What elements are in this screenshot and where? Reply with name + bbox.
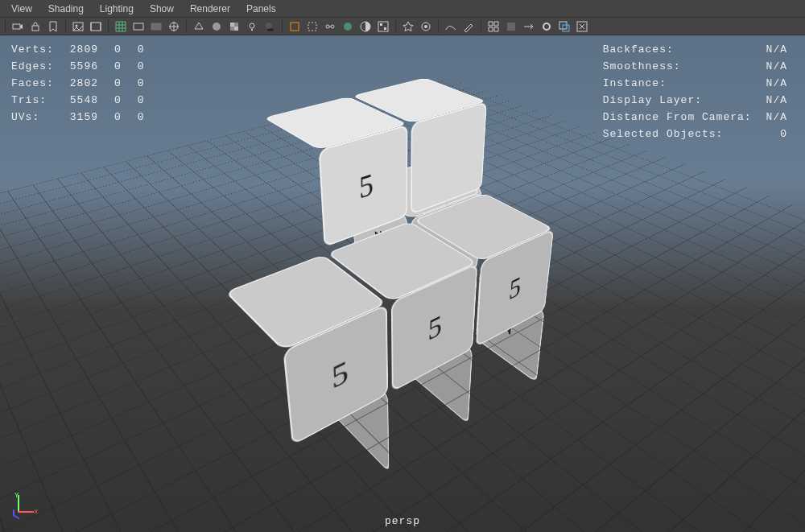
stat-value: 3159 xyxy=(70,109,113,125)
menu-bar: View Shading Lighting Show Renderer Pane… xyxy=(0,0,805,18)
y-axis-label: Y xyxy=(14,492,19,500)
menu-show[interactable]: Show xyxy=(142,3,182,14)
svg-rect-5 xyxy=(134,23,143,30)
film-gate-icon[interactable] xyxy=(89,19,103,34)
dice-face-label: 5 xyxy=(331,352,349,396)
stat-value: 2809 xyxy=(70,42,113,57)
toolbar-separator xyxy=(395,20,396,33)
dice-face-label: 5 xyxy=(358,164,374,206)
stat-value: 0 xyxy=(138,93,159,108)
svg-rect-10 xyxy=(230,23,234,27)
stat-value: N/A xyxy=(758,93,792,108)
motion-trail-icon[interactable] xyxy=(444,19,458,34)
toolbar-separator xyxy=(438,20,439,33)
lights-icon[interactable] xyxy=(401,19,415,34)
motion-blur-icon[interactable] xyxy=(522,19,536,34)
svg-rect-11 xyxy=(234,27,238,31)
stat-value: N/A xyxy=(758,109,792,125)
svg-point-18 xyxy=(331,25,334,28)
dice-face-label: 5 xyxy=(508,268,522,307)
field-chart-icon[interactable] xyxy=(167,19,181,34)
dice-face-label: 5 xyxy=(427,306,442,347)
svg-rect-0 xyxy=(13,24,20,29)
svg-rect-1 xyxy=(32,26,39,31)
stat-value: 0 xyxy=(138,76,159,91)
stat-label: Edges: xyxy=(11,59,68,74)
isolate-select-icon[interactable] xyxy=(287,19,302,34)
stat-label: UVs: xyxy=(11,109,68,125)
stat-value: 0 xyxy=(114,59,136,74)
xray-joints-icon[interactable] xyxy=(323,19,337,34)
grid-icon[interactable] xyxy=(114,19,128,34)
menu-lighting[interactable]: Lighting xyxy=(92,3,142,14)
use-lights-icon[interactable] xyxy=(245,19,259,34)
toolbar-separator xyxy=(481,20,481,33)
wireframe-icon[interactable] xyxy=(192,19,206,34)
svg-rect-28 xyxy=(563,25,569,31)
multisample-icon[interactable] xyxy=(486,19,501,34)
svg-rect-16 xyxy=(308,23,316,31)
svg-rect-15 xyxy=(291,23,299,31)
stat-label: Selected Objects: xyxy=(603,126,757,142)
menu-shading[interactable]: Shading xyxy=(40,3,92,14)
stat-label: Instance: xyxy=(603,76,757,91)
stat-value: N/A xyxy=(758,59,792,74)
exposure-icon[interactable] xyxy=(358,19,373,34)
stat-value: 5548 xyxy=(70,93,113,108)
toolbar-separator xyxy=(282,20,283,33)
floating-viewport-icon[interactable] xyxy=(557,19,572,34)
camera-name-label: persp xyxy=(0,515,805,527)
svg-rect-25 xyxy=(507,23,515,31)
smooth-shade-icon[interactable] xyxy=(209,19,224,34)
toolbar-separator xyxy=(186,20,187,33)
svg-point-8 xyxy=(213,23,221,31)
viewport-panel[interactable]: 5 5 5 4 5 4 xyxy=(0,35,805,532)
svg-point-12 xyxy=(250,23,254,28)
stat-label: Smoothness: xyxy=(603,59,757,74)
stat-value: N/A xyxy=(758,42,792,57)
toolbar-separator xyxy=(108,20,109,33)
svg-point-24 xyxy=(424,25,427,28)
resolution-gate-icon[interactable] xyxy=(131,19,146,34)
stat-label: Tris: xyxy=(11,93,68,108)
x-axis-icon xyxy=(18,511,34,513)
select-camera-icon[interactable] xyxy=(10,19,25,34)
image-plane-icon[interactable] xyxy=(71,19,85,34)
stat-value: 2802 xyxy=(70,76,113,91)
maximize-icon[interactable] xyxy=(575,19,589,34)
svg-point-26 xyxy=(543,23,550,30)
stat-value: N/A xyxy=(758,76,792,91)
grease-pencil-icon[interactable] xyxy=(461,19,476,34)
lock-camera-icon[interactable] xyxy=(28,19,43,34)
menu-renderer[interactable]: Renderer xyxy=(182,3,238,14)
stat-value: 5596 xyxy=(70,59,113,74)
stat-value: 0 xyxy=(114,42,136,57)
stat-value: 0 xyxy=(114,76,136,91)
stat-value: 0 xyxy=(114,93,136,108)
stat-label: Distance From Camera: xyxy=(603,109,757,125)
stat-label: Display Layer: xyxy=(603,93,757,108)
shadows-icon[interactable] xyxy=(262,19,277,34)
svg-rect-6 xyxy=(151,23,161,30)
svg-point-19 xyxy=(344,23,352,31)
svg-rect-21 xyxy=(380,23,382,26)
menu-view[interactable]: View xyxy=(3,3,40,14)
xray-icon[interactable] xyxy=(305,19,320,34)
bookmark-icon[interactable] xyxy=(46,19,60,34)
gamma-icon[interactable] xyxy=(376,19,390,34)
ssao-icon[interactable] xyxy=(504,19,518,34)
toolbar-separator xyxy=(65,20,66,33)
svg-rect-20 xyxy=(378,22,388,31)
dof-icon[interactable] xyxy=(539,19,554,34)
stat-value: 0 xyxy=(114,109,136,125)
svg-rect-4 xyxy=(91,23,101,31)
menu-panels[interactable]: Panels xyxy=(238,3,284,14)
object-details-hud: Backfaces:N/A Smoothness:N/A Instance:N/… xyxy=(601,40,794,143)
svg-rect-22 xyxy=(384,27,386,30)
xray-components-icon[interactable] xyxy=(341,19,355,34)
svg-point-3 xyxy=(76,24,78,27)
render-icon[interactable] xyxy=(419,19,433,34)
gate-mask-icon[interactable] xyxy=(149,19,163,34)
textured-icon[interactable] xyxy=(227,19,242,34)
stat-label: Backfaces: xyxy=(603,42,757,57)
